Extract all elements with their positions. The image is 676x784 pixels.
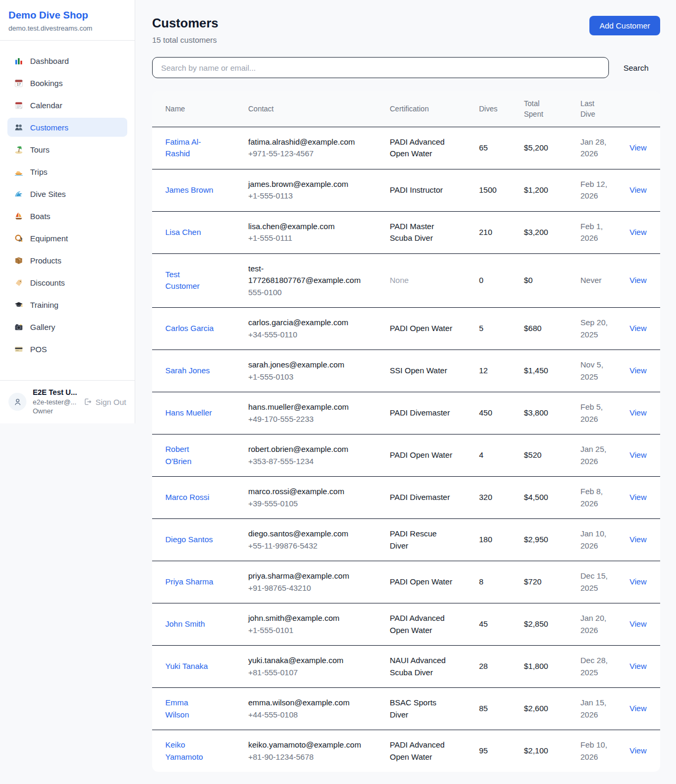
customer-phone: 555-0100 (248, 288, 281, 297)
view-customer-link[interactable]: View (630, 619, 646, 628)
page-title: Customers (152, 16, 218, 31)
sidebar-item-label: Products (30, 256, 61, 265)
add-customer-button[interactable]: Add Customer (589, 16, 660, 35)
customer-name-link[interactable]: Yuki Tanaka (165, 660, 208, 673)
customer-name-cell: Test Customer (152, 253, 242, 308)
customer-certification: None (390, 275, 409, 287)
sidebar-item-gallery[interactable]: Gallery (7, 317, 127, 336)
user-meta: E2E Test U... e2e-tester@... Owner (33, 388, 77, 416)
customer-name-link[interactable]: Carlos Garcia (165, 323, 214, 335)
customer-name-link[interactable]: John Smith (165, 618, 205, 630)
sidebar-item-label: Customers (30, 123, 69, 132)
customer-actions-cell: View (623, 392, 660, 434)
customer-last-dive-cell: Feb 5, 2026 (574, 392, 623, 434)
sidebar-item-trips[interactable]: Trips (7, 162, 127, 181)
customer-actions-cell: View (623, 519, 660, 561)
customer-dives-cell: 85 (473, 688, 518, 730)
table-row: Diego Santos diego.santos@example.com +5… (152, 519, 660, 561)
view-customer-link[interactable]: View (630, 535, 646, 544)
dashboard-icon (14, 56, 23, 65)
search-input[interactable] (152, 57, 609, 78)
view-customer-link[interactable]: View (630, 493, 646, 502)
customer-email: priya.sharma@example.com (248, 570, 349, 582)
customer-name-link[interactable]: Hans Mueller (165, 407, 212, 419)
sidebar-item-products[interactable]: Products (7, 251, 127, 270)
customer-name-link[interactable]: Priya Sharma (165, 576, 213, 588)
customer-name-link[interactable]: Fatima Al-Rashid (165, 136, 214, 160)
calendar-icon (14, 100, 23, 110)
customer-name-link[interactable]: Test Customer (165, 269, 214, 292)
customer-total-spent-cell: $2,600 (518, 688, 574, 730)
customer-phone: +81-555-0107 (248, 668, 298, 677)
customer-name-cell: Marco Rossi (152, 477, 242, 519)
view-customer-link[interactable]: View (630, 366, 646, 375)
customer-contact-cell: priya.sharma@example.com +91-98765-43210 (242, 561, 383, 603)
sidebar-item-boats[interactable]: Boats (7, 206, 127, 225)
view-customer-link[interactable]: View (630, 185, 646, 194)
table-row: Marco Rossi marco.rossi@example.com +39-… (152, 477, 660, 519)
view-customer-link[interactable]: View (630, 704, 646, 713)
dive-sites-icon (14, 189, 23, 199)
sidebar-item-discounts[interactable]: Discounts (7, 273, 127, 292)
customer-certification: NAUI Advanced Scuba Diver (390, 655, 454, 678)
customer-name-link[interactable]: Robert O'Brien (165, 443, 214, 467)
customer-certification: PADI Open Water (390, 449, 452, 461)
sidebar-item-calendar[interactable]: Calendar (7, 96, 127, 115)
customer-name-link[interactable]: Keiko Yamamoto (165, 739, 214, 763)
sign-out-button[interactable]: Sign Out (83, 398, 126, 407)
table-row: Fatima Al-Rashid fatima.alrashid@example… (152, 127, 660, 169)
customer-name-link[interactable]: Sarah Jones (165, 365, 210, 377)
customer-contact-cell: test-1772681807767@example.com 555-0100 (242, 253, 383, 308)
search-button[interactable]: Search (609, 63, 660, 72)
sidebar-item-tours[interactable]: Tours (7, 140, 127, 159)
view-customer-link[interactable]: View (630, 143, 646, 152)
sidebar-item-training[interactable]: Training (7, 295, 127, 314)
sidebar-item-label: Gallery (30, 323, 55, 332)
sidebar-item-equipment[interactable]: Equipment (7, 229, 127, 248)
view-customer-link[interactable]: View (630, 746, 646, 755)
customer-actions-cell: View (623, 253, 660, 308)
customer-certification-cell: None (383, 253, 473, 308)
customer-actions-cell: View (623, 308, 660, 350)
view-customer-link[interactable]: View (630, 408, 646, 417)
customer-certification: BSAC Sports Diver (390, 697, 454, 721)
customer-actions-cell: View (623, 603, 660, 646)
customer-email: james.brown@example.com (248, 178, 348, 191)
customer-name-link[interactable]: Marco Rossi (165, 492, 209, 504)
sidebar-item-label: Dive Sites (30, 190, 66, 199)
view-customer-link[interactable]: View (630, 228, 646, 237)
customer-certification: SSI Open Water (390, 365, 447, 377)
customer-name-link[interactable]: Diego Santos (165, 534, 213, 546)
sidebar-item-bookings[interactable]: 17 Bookings (7, 73, 127, 92)
view-customer-link[interactable]: View (630, 662, 646, 670)
customer-name-link[interactable]: James Brown (165, 184, 213, 196)
customer-name-cell: Sarah Jones (152, 350, 242, 392)
sidebar-item-customers[interactable]: Customers (7, 118, 127, 137)
customer-email: test-1772681807767@example.com (248, 263, 362, 287)
sidebar-header: Demo Dive Shop demo.test.divestreams.com (0, 0, 135, 41)
sidebar: Demo Dive Shop demo.test.divestreams.com… (0, 0, 135, 423)
customer-certification: PADI Advanced Open Water (390, 739, 454, 763)
customer-total-spent-cell: $680 (518, 308, 574, 350)
table-row: John Smith john.smith@example.com +1-555… (152, 603, 660, 646)
sidebar-item-pos[interactable]: POS (7, 339, 127, 358)
customer-name-link[interactable]: Lisa Chen (165, 226, 201, 239)
view-customer-link[interactable]: View (630, 276, 646, 285)
customer-phone: +1-555-0103 (248, 372, 294, 381)
sidebar-item-label: Equipment (30, 234, 68, 243)
sidebar-item-label: Discounts (30, 278, 65, 287)
customer-email: sarah.jones@example.com (248, 359, 344, 371)
customer-name-cell: Carlos Garcia (152, 308, 242, 350)
customer-contact-cell: emma.wilson@example.com +44-555-0108 (242, 688, 383, 730)
customer-total-spent-cell: $720 (518, 561, 574, 603)
customer-total-spent-cell: $1,800 (518, 646, 574, 688)
view-customer-link[interactable]: View (630, 324, 646, 333)
sidebar-item-dashboard[interactable]: Dashboard (7, 51, 127, 70)
customer-certification: PADI Instructor (390, 184, 443, 196)
customer-name-link[interactable]: Emma Wilson (165, 697, 214, 721)
sidebar-item-dive-sites[interactable]: Dive Sites (7, 184, 127, 203)
view-customer-link[interactable]: View (630, 450, 646, 459)
customer-certification-cell: BSAC Sports Diver (383, 688, 473, 730)
view-customer-link[interactable]: View (630, 577, 646, 586)
column-header-actions (623, 91, 660, 127)
